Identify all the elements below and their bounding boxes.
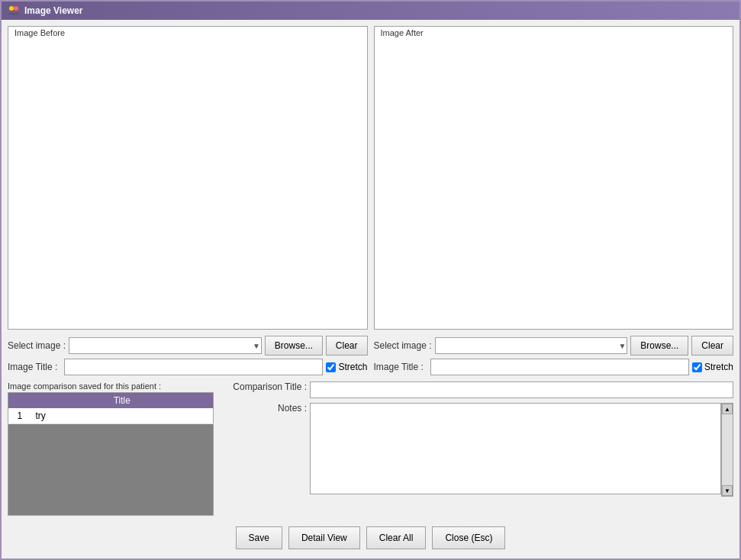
before-stretch-checkbox[interactable] — [326, 362, 336, 372]
svg-point-1 — [14, 6, 18, 11]
controls-row: Select image : ▼ Browse... Clear Image T… — [8, 336, 733, 375]
before-select-wrapper: ▼ — [69, 337, 262, 354]
after-clear-button[interactable]: Clear — [691, 336, 733, 356]
after-stretch-label[interactable]: Stretch — [692, 362, 733, 372]
before-select-dropdown[interactable] — [69, 337, 262, 354]
table-section: Image comparison saved for this patient … — [8, 381, 214, 516]
before-select-line: Select image : ▼ Browse... Clear — [8, 336, 368, 356]
table-header-row: Title — [8, 393, 214, 409]
before-image-title-input[interactable] — [64, 359, 323, 375]
clear-all-button[interactable]: Clear All — [366, 526, 427, 549]
table-cell-title: try — [31, 408, 214, 424]
main-window: Image Viewer Image Before Image After Se… — [0, 0, 741, 560]
after-title-line: Image Title : Stretch — [374, 359, 734, 375]
table-label: Image comparison saved for this patient … — [8, 381, 214, 391]
after-select-label: Select image : — [374, 340, 432, 351]
before-title-line: Image Title : Stretch — [8, 359, 368, 375]
before-image-title-label: Image Title : — [8, 362, 61, 372]
before-clear-button[interactable]: Clear — [326, 336, 368, 356]
table-cell-num: 1 — [8, 408, 31, 424]
image-before-panel: Image Before — [8, 26, 368, 330]
after-select-line: Select image : ▼ Browse... Clear — [374, 336, 734, 356]
comparison-title-input[interactable] — [310, 381, 733, 398]
title-bar: Image Viewer — [2, 2, 739, 20]
comparison-title-label: Comparison Title : — [223, 381, 307, 392]
table-col-num-header — [8, 393, 31, 409]
window-title: Image Viewer — [24, 5, 83, 16]
notes-scrollbar: ▲ ▼ — [721, 403, 733, 497]
notes-textarea[interactable] — [310, 403, 721, 494]
comparison-table: Title 1 try — [8, 392, 214, 424]
detail-view-button[interactable]: Detail View — [288, 526, 360, 549]
app-icon — [8, 5, 20, 17]
scrollbar-up-arrow[interactable]: ▲ — [722, 404, 733, 414]
before-controls: Select image : ▼ Browse... Clear Image T… — [8, 336, 368, 375]
after-image-title-input[interactable] — [430, 359, 689, 375]
footer-buttons: Save Detail View Clear All Close (Esc) — [8, 522, 733, 552]
before-stretch-label[interactable]: Stretch — [326, 362, 367, 372]
notes-wrapper: ▲ ▼ — [310, 403, 733, 497]
notes-label: Notes : — [223, 403, 307, 414]
comparison-title-row: Comparison Title : — [223, 381, 733, 398]
before-stretch-text: Stretch — [338, 362, 367, 372]
scrollbar-down-arrow[interactable]: ▼ — [722, 485, 733, 496]
main-content: Image Before Image After Select image : … — [2, 20, 739, 558]
after-stretch-text: Stretch — [704, 362, 733, 372]
before-browse-button[interactable]: Browse... — [265, 336, 323, 356]
image-after-panel: Image After — [374, 26, 734, 330]
bottom-section: Image comparison saved for this patient … — [8, 381, 733, 516]
after-controls: Select image : ▼ Browse... Clear Image T… — [374, 336, 734, 375]
notes-row: Notes : ▲ ▼ — [223, 403, 733, 497]
after-select-dropdown[interactable] — [435, 337, 628, 354]
image-after-label: Image After — [379, 28, 425, 37]
svg-point-0 — [9, 6, 14, 11]
after-stretch-checkbox[interactable] — [692, 362, 702, 372]
save-button[interactable]: Save — [236, 526, 282, 549]
after-select-wrapper: ▼ — [435, 337, 628, 354]
after-browse-button[interactable]: Browse... — [630, 336, 688, 356]
table-body: 1 try — [8, 408, 214, 424]
close-button[interactable]: Close (Esc) — [432, 526, 505, 549]
images-row: Image Before Image After — [8, 26, 733, 330]
table-col-title-header: Title — [31, 393, 214, 409]
notes-section: Comparison Title : Notes : ▲ ▼ — [223, 381, 733, 516]
before-select-label: Select image : — [8, 340, 66, 351]
table-row[interactable]: 1 try — [8, 408, 214, 424]
after-image-title-label: Image Title : — [374, 362, 427, 372]
table-empty-area — [8, 424, 214, 516]
image-before-label: Image Before — [13, 28, 66, 37]
